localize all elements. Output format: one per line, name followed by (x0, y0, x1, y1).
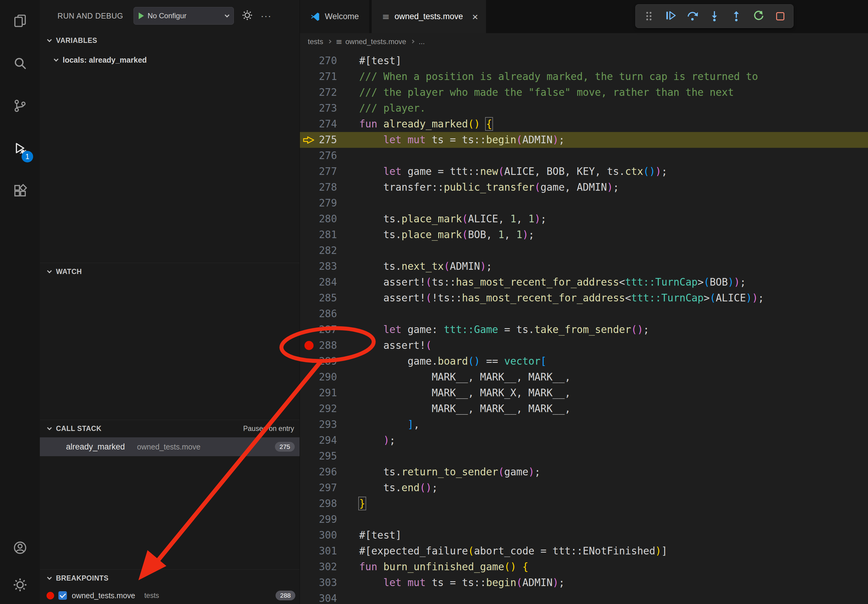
code-line-277[interactable]: 277 let game = ttt::new(ALICE, BOB, KEY,… (300, 164, 868, 180)
breakpoint-gutter[interactable] (300, 85, 318, 101)
breakpoint-gutter[interactable] (300, 322, 318, 338)
tab-owned-tests[interactable]: ≡ owned_tests.move × (372, 0, 486, 33)
breakpoint-gutter[interactable] (300, 148, 318, 164)
code-line-285[interactable]: 285 assert!(!ts::has_most_recent_for_add… (300, 290, 868, 306)
line-number[interactable]: 278 (318, 180, 337, 195)
line-number[interactable]: 293 (318, 417, 337, 432)
line-number[interactable]: 272 (318, 85, 337, 101)
sidebar-item-explorer[interactable] (0, 0, 40, 43)
breakpoint-list-item[interactable]: owned_tests.move tests 288 (40, 587, 299, 604)
line-number[interactable]: 284 (318, 274, 337, 290)
breakpoints-section-header[interactable]: BREAKPOINTS (40, 569, 299, 587)
breakpoint-gutter[interactable] (300, 211, 318, 227)
breakpoint-gutter[interactable] (300, 353, 318, 369)
code-line-286[interactable]: 286 (300, 306, 868, 322)
stop-button[interactable] (774, 8, 786, 25)
breakpoint-gutter[interactable] (300, 101, 318, 116)
line-number[interactable]: 281 (318, 227, 337, 243)
line-number[interactable]: 294 (318, 432, 337, 448)
line-number[interactable]: 291 (318, 385, 337, 401)
line-number[interactable]: 298 (318, 496, 337, 511)
code-line-281[interactable]: 281 ts.place_mark(BOB, 1, 1); (300, 227, 868, 243)
line-number[interactable]: 280 (318, 211, 337, 227)
line-number[interactable]: 299 (318, 511, 337, 527)
breakpoint-gutter[interactable] (300, 53, 318, 69)
breadcrumb-item-tests[interactable]: tests (308, 37, 323, 46)
code-line-301[interactable]: 301#[expected_failure(abort_code = ttt::… (300, 543, 868, 559)
breakpoint-gutter[interactable] (300, 591, 318, 604)
code-line-298[interactable]: 298} (300, 496, 868, 511)
code-line-273[interactable]: 273/// player. (300, 101, 868, 116)
breakpoint-gutter[interactable] (300, 180, 318, 195)
line-number[interactable]: 273 (318, 101, 337, 116)
code-line-292[interactable]: 292 MARK__, MARK__, MARK__, (300, 401, 868, 417)
breakpoint-gutter[interactable] (300, 432, 318, 448)
line-number[interactable]: 290 (318, 369, 337, 385)
code-line-288[interactable]: 288 assert!( (300, 338, 868, 353)
code-line-271[interactable]: 271/// When a position is already marked… (300, 69, 868, 85)
line-number[interactable]: 295 (318, 448, 337, 464)
sidebar-item-search[interactable] (0, 43, 40, 85)
code-line-296[interactable]: 296 ts.return_to_sender(game); (300, 464, 868, 480)
code-line-284[interactable]: 284 assert!(ts::has_most_recent_for_addr… (300, 274, 868, 290)
line-number[interactable]: 286 (318, 306, 337, 322)
breakpoint-gutter[interactable] (300, 195, 318, 211)
line-number[interactable]: 289 (318, 353, 337, 369)
line-number[interactable]: 282 (318, 243, 337, 259)
breakpoint-gutter[interactable] (300, 575, 318, 591)
line-number[interactable]: 270 (318, 53, 337, 69)
breakpoint-gutter[interactable] (300, 290, 318, 306)
step-over-button[interactable] (686, 8, 699, 25)
line-number[interactable]: 287 (318, 322, 337, 338)
locals-scope-row[interactable]: locals: already_marked (40, 51, 299, 69)
breakpoint-gutter[interactable] (300, 116, 318, 132)
variables-section-header[interactable]: VARIABLES (40, 32, 299, 49)
account-button[interactable] (0, 530, 40, 567)
code-line-278[interactable]: 278 transfer::public_transfer(game, ADMI… (300, 180, 868, 195)
code-line-300[interactable]: 300#[test] (300, 527, 868, 543)
restart-button[interactable] (752, 8, 764, 25)
breakpoint-gutter[interactable] (300, 259, 318, 274)
call-stack-section-header[interactable]: CALL STACK Paused on entry (40, 420, 299, 437)
code-editor[interactable]: 270#[test]271/// When a position is alre… (300, 50, 868, 604)
line-number[interactable]: 301 (318, 543, 337, 559)
current-line-arrow-icon[interactable] (300, 132, 318, 148)
breakpoint-gutter[interactable] (300, 543, 318, 559)
line-number[interactable]: 277 (318, 164, 337, 180)
code-line-270[interactable]: 270#[test] (300, 53, 868, 69)
watch-section-header[interactable]: WATCH (40, 263, 299, 280)
breakpoint-gutter[interactable] (300, 448, 318, 464)
line-number[interactable]: 302 (318, 559, 337, 575)
code-line-304[interactable]: 304 (300, 591, 868, 604)
line-number[interactable]: 296 (318, 464, 337, 480)
line-number[interactable]: 300 (318, 527, 337, 543)
code-line-276[interactable]: 276 (300, 148, 868, 164)
code-line-275[interactable]: 275 let mut ts = ts::begin(ADMIN); (300, 132, 868, 148)
breakpoint-gutter[interactable] (300, 527, 318, 543)
breadcrumb-item-symbol[interactable]: ... (419, 37, 425, 46)
line-number[interactable]: 285 (318, 290, 337, 306)
breakpoint-gutter[interactable] (300, 559, 318, 575)
line-number[interactable]: 276 (318, 148, 337, 164)
breakpoint-gutter[interactable] (300, 401, 318, 417)
sidebar-item-extensions[interactable] (0, 170, 40, 213)
toolbar-drag-handle[interactable] (642, 8, 655, 25)
launch-config-dropdown[interactable]: No Configur (133, 7, 234, 25)
code-line-295[interactable]: 295 (300, 448, 868, 464)
breakpoint-gutter[interactable] (300, 417, 318, 432)
breakpoint-gutter[interactable] (300, 164, 318, 180)
breadcrumb-item-file[interactable]: ≡ owned_tests.move (336, 37, 406, 46)
sidebar-item-source-control[interactable] (0, 85, 40, 128)
breakpoint-gutter[interactable] (300, 480, 318, 496)
breakpoint-icon[interactable] (300, 338, 318, 353)
step-into-button[interactable] (708, 8, 721, 25)
code-line-299[interactable]: 299 (300, 511, 868, 527)
code-line-297[interactable]: 297 ts.end(); (300, 480, 868, 496)
code-line-280[interactable]: 280 ts.place_mark(ALICE, 1, 1); (300, 211, 868, 227)
line-number[interactable]: 279 (318, 195, 337, 211)
line-number[interactable]: 303 (318, 575, 337, 591)
continue-button[interactable] (664, 8, 677, 25)
line-number[interactable]: 283 (318, 259, 337, 274)
code-line-293[interactable]: 293 ], (300, 417, 868, 432)
more-actions-button[interactable]: ··· (260, 11, 271, 20)
